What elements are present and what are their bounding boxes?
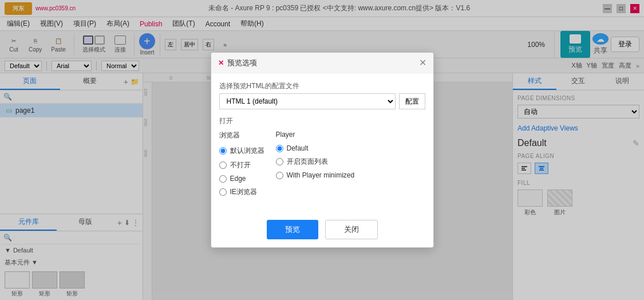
player-radio-default[interactable] — [276, 145, 283, 152]
preview-dialog: ✕ 预览选项 ✕ 选择预览HTML的配置文件 HTML 1 (default) … — [211, 52, 434, 248]
browser-radio-none[interactable] — [219, 161, 227, 169]
dialog-cols: 浏览器 默认浏览器 不打开 Edge IE浏览 — [219, 131, 425, 197]
player-option-list[interactable]: 开启页面列表 — [276, 157, 355, 167]
dialog-open-label: 打开 — [219, 116, 425, 126]
dialog-title-left: ✕ 预览选项 — [218, 58, 257, 68]
dialog-title-text: 预览选项 — [227, 58, 257, 68]
player-group-label: Player — [276, 131, 355, 139]
dialog-close-button[interactable]: ✕ — [419, 57, 426, 68]
player-option-minimized[interactable]: With Player minimized — [276, 171, 355, 179]
player-option-default[interactable]: Default — [276, 144, 355, 152]
dialog-close-dialog-button[interactable]: 关闭 — [325, 220, 378, 239]
browser-option-none[interactable]: 不打开 — [219, 160, 264, 170]
player-col: Player Default 开启页面列表 With Player minimi… — [276, 131, 355, 197]
dialog-body: 选择预览HTML的配置文件 HTML 1 (default) 配置 打开 浏览器… — [211, 73, 433, 214]
dialog-overlay: ✕ 预览选项 ✕ 选择预览HTML的配置文件 HTML 1 (default) … — [0, 0, 644, 300]
browser-radio-ie[interactable] — [219, 188, 227, 196]
browser-radio-edge[interactable] — [219, 175, 227, 183]
dialog-config-select[interactable]: HTML 1 (default) — [219, 93, 396, 109]
dialog-title-icon: ✕ — [218, 59, 224, 67]
browser-group-label: 浏览器 — [219, 131, 264, 140]
dialog-preview-button[interactable]: 预览 — [267, 220, 318, 239]
dialog-config-row: HTML 1 (default) 配置 — [219, 93, 425, 109]
dialog-config-label: 选择预览HTML的配置文件 — [219, 81, 425, 91]
browser-option-edge[interactable]: Edge — [219, 175, 264, 183]
dialog-title-bar: ✕ 预览选项 ✕ — [211, 53, 433, 73]
browser-option-default[interactable]: 默认浏览器 — [219, 146, 264, 156]
browser-radio-default[interactable] — [219, 147, 227, 155]
dialog-config-btn[interactable]: 配置 — [399, 93, 425, 109]
dialog-footer: 预览 关闭 — [211, 214, 433, 247]
player-radio-list[interactable] — [276, 158, 283, 165]
browser-option-ie[interactable]: IE浏览器 — [219, 187, 264, 197]
player-radio-minimized[interactable] — [276, 172, 283, 179]
browser-col: 浏览器 默认浏览器 不打开 Edge IE浏览 — [219, 131, 264, 197]
